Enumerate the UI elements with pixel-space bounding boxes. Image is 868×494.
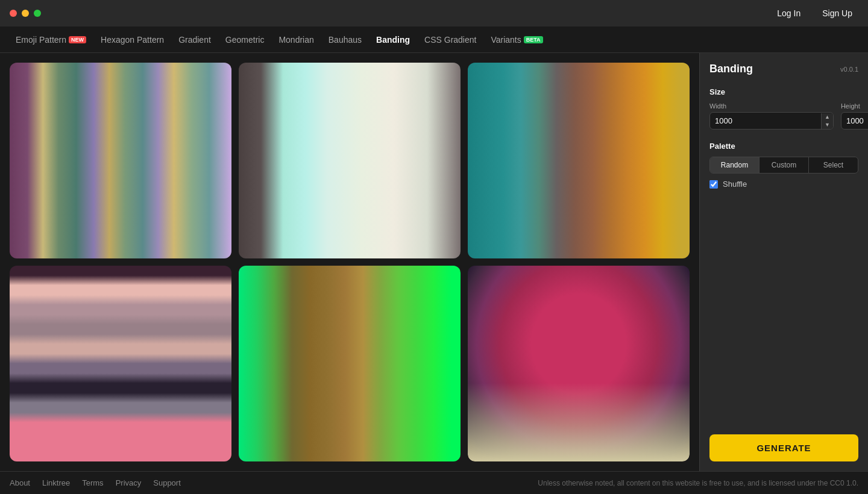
nav-geometric[interactable]: Geometric — [219, 31, 271, 48]
shuffle-label: Shuffle — [723, 180, 747, 189]
panel-version: v0.0.1 — [840, 66, 858, 73]
footer-support[interactable]: Support — [153, 478, 181, 487]
close-dot — [10, 10, 17, 17]
size-row: Width ▲ ▼ Height ▲ — [709, 102, 858, 130]
palette-section: Palette Random Custom Select Shuffle — [709, 142, 858, 189]
palette-buttons: Random Custom Select — [709, 157, 858, 174]
footer-linktree[interactable]: Linktree — [42, 478, 70, 487]
width-field: Width ▲ ▼ — [709, 102, 834, 130]
width-label: Width — [709, 102, 834, 110]
height-input-wrap: ▲ ▼ — [841, 112, 868, 130]
width-decrement[interactable]: ▼ — [822, 121, 833, 129]
nav-css-gradient[interactable]: CSS Gradient — [418, 31, 482, 48]
nav-banding[interactable]: Banding — [370, 31, 416, 48]
main-content: Banding v0.0.1 Size Width ▲ ▼ Heig — [0, 53, 868, 471]
height-field: Height ▲ ▼ — [841, 102, 868, 130]
palette-select-btn[interactable]: Select — [809, 157, 858, 173]
palette-random-btn[interactable]: Random — [710, 157, 760, 173]
nav-mondrian[interactable]: Mondrian — [272, 31, 319, 48]
footer-privacy[interactable]: Privacy — [116, 478, 142, 487]
shuffle-checkbox[interactable] — [709, 180, 718, 189]
nav-bauhaus[interactable]: Bauhaus — [322, 31, 368, 48]
nav-variants[interactable]: Variants BETA — [485, 31, 549, 48]
gallery-item-4[interactable] — [10, 266, 231, 461]
auth-area: Log In Sign Up — [771, 5, 858, 22]
footer-about[interactable]: About — [10, 478, 30, 487]
panel-spacer — [709, 201, 858, 422]
login-link[interactable]: Log In — [771, 5, 807, 22]
height-input[interactable] — [841, 113, 868, 129]
nav-emoji-pattern-label: Emoji Pattern — [16, 35, 66, 45]
nav-gradient[interactable]: Gradient — [172, 31, 217, 48]
gallery-item-5[interactable] — [239, 266, 461, 461]
right-panel: Banding v0.0.1 Size Width ▲ ▼ Heig — [699, 53, 868, 471]
gallery-item-1[interactable] — [10, 63, 231, 258]
width-spinners: ▲ ▼ — [821, 113, 833, 129]
signup-link[interactable]: Sign Up — [816, 5, 858, 22]
window-controls — [10, 10, 41, 17]
gallery-item-2[interactable] — [239, 63, 461, 258]
gallery-item-3[interactable] — [468, 63, 690, 258]
maximize-dot — [34, 10, 41, 17]
panel-header: Banding v0.0.1 — [709, 63, 858, 75]
nav-emoji-pattern-badge: NEW — [69, 36, 86, 43]
size-section: Size Width ▲ ▼ Height — [709, 87, 858, 130]
palette-custom-btn[interactable]: Custom — [760, 157, 809, 173]
gallery — [0, 53, 699, 471]
footer-copyright: Unless otherwise noted, all content on t… — [538, 479, 858, 487]
navbar: Emoji Pattern NEW Hexagon Pattern Gradie… — [0, 27, 868, 53]
palette-section-title: Palette — [709, 142, 858, 151]
width-increment[interactable]: ▲ — [822, 113, 833, 121]
footer-links: About Linktree Terms Privacy Support — [10, 478, 181, 487]
width-input-wrap: ▲ ▼ — [709, 112, 834, 130]
generate-button[interactable]: GENERATE — [709, 434, 858, 461]
nav-variants-badge: BETA — [524, 36, 543, 43]
width-input[interactable] — [710, 113, 821, 129]
panel-title: Banding — [709, 63, 753, 75]
gallery-item-6[interactable] — [468, 266, 690, 461]
nav-emoji-pattern[interactable]: Emoji Pattern NEW — [10, 31, 92, 48]
minimize-dot — [22, 10, 29, 17]
size-section-title: Size — [709, 87, 858, 96]
height-label: Height — [841, 102, 868, 110]
nav-hexagon-pattern[interactable]: Hexagon Pattern — [95, 31, 170, 48]
nav-variants-label: Variants — [491, 35, 521, 45]
titlebar: Log In Sign Up — [0, 0, 868, 27]
footer: About Linktree Terms Privacy Support Unl… — [0, 471, 868, 494]
shuffle-row: Shuffle — [709, 180, 858, 189]
footer-terms[interactable]: Terms — [82, 478, 103, 487]
